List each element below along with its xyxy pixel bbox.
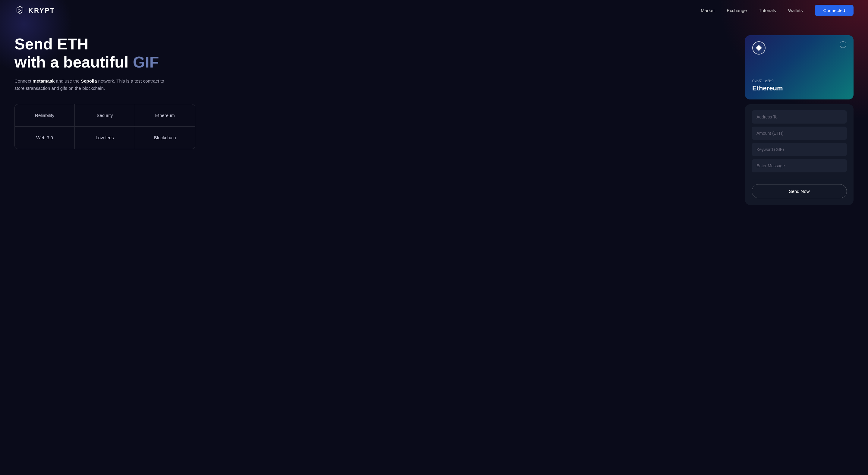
hero-description: Connect metamask and use the Sepolia net… <box>14 77 171 92</box>
connected-button[interactable]: Connected <box>815 5 854 16</box>
info-icon[interactable]: i <box>840 41 846 48</box>
navbar: KRYPT Market Exchange Tutorials Wallets … <box>0 0 868 21</box>
logo-text: KRYPT <box>28 7 55 14</box>
feature-security: Security <box>75 104 135 127</box>
eth-icon-circle <box>752 41 766 55</box>
left-section: Send ETH with a beautiful GIF Connect me… <box>14 35 213 149</box>
hero-title-gif: GIF <box>133 53 159 71</box>
nav-wallets[interactable]: Wallets <box>788 8 803 13</box>
feature-low-fees: Low fees <box>75 127 135 149</box>
hero-desc-sepolia: Sepolia <box>81 78 97 84</box>
eth-card-top: i <box>752 41 846 55</box>
hero-title-line1: Send ETH <box>14 35 89 53</box>
address-to-input[interactable] <box>752 110 847 124</box>
hero-desc-plain2: and use the <box>55 78 81 84</box>
hero-title-line2-prefix: with a beautiful <box>14 53 133 71</box>
logo[interactable]: KRYPT <box>14 5 55 16</box>
right-section: i 0xbf7...c2b9 Ethereum Send Now <box>745 35 854 205</box>
form-divider <box>752 179 847 179</box>
feature-web3: Web 3.0 <box>15 127 75 149</box>
nav-links: Market Exchange Tutorials Wallets Connec… <box>701 5 854 16</box>
send-form: Send Now <box>745 104 854 205</box>
nav-market[interactable]: Market <box>701 8 715 13</box>
eth-network-name: Ethereum <box>752 85 846 92</box>
feature-blockchain: Blockchain <box>135 127 195 149</box>
feature-reliability: Reliability <box>15 104 75 127</box>
hero-title: Send ETH with a beautiful GIF <box>14 35 213 71</box>
logo-icon <box>14 5 25 16</box>
eth-address: 0xbf7...c2b9 <box>752 79 846 83</box>
amount-eth-input[interactable] <box>752 127 847 140</box>
message-input[interactable] <box>752 159 847 172</box>
nav-exchange[interactable]: Exchange <box>727 8 747 13</box>
send-now-button[interactable]: Send Now <box>752 184 847 198</box>
eth-diamond-icon <box>756 45 762 51</box>
hero-desc-metamask: metamask <box>33 78 55 84</box>
main-content: Send ETH with a beautiful GIF Connect me… <box>0 21 868 205</box>
keyword-gif-input[interactable] <box>752 143 847 156</box>
nav-tutorials[interactable]: Tutorials <box>759 8 776 13</box>
features-grid: Reliability Security Ethereum Web 3.0 Lo… <box>14 104 195 149</box>
feature-ethereum: Ethereum <box>135 104 195 127</box>
hero-desc-plain1: Connect <box>14 78 33 84</box>
eth-card: i 0xbf7...c2b9 Ethereum <box>745 35 854 99</box>
